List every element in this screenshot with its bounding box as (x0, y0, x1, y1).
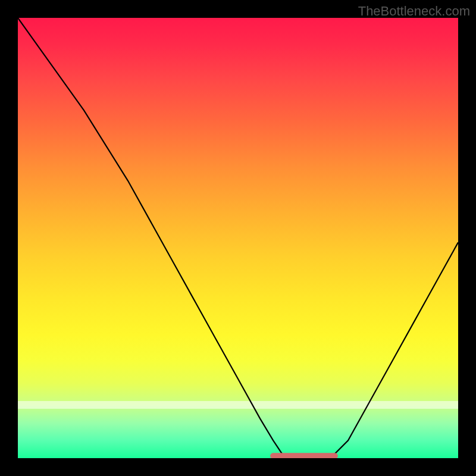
bottleneck-curve-line (18, 18, 458, 458)
plot-area (18, 18, 458, 458)
curve-layer (18, 18, 458, 458)
watermark-text: TheBottleneck.com (358, 4, 470, 19)
